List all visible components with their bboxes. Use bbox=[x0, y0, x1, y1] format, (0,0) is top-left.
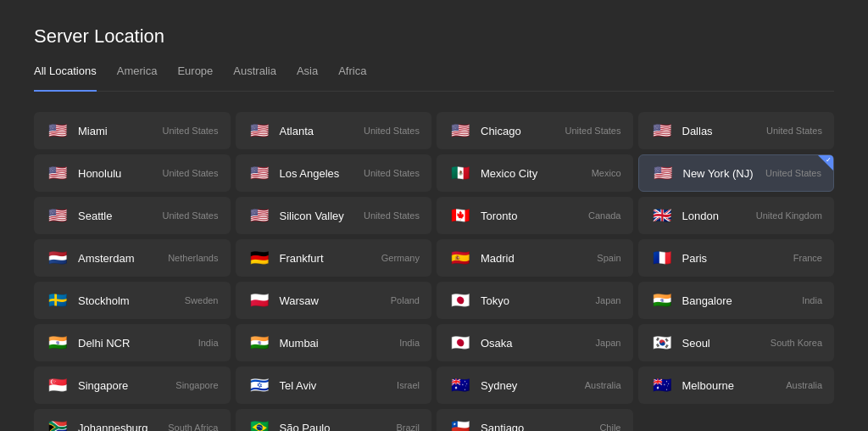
location-card-johannesburg[interactable]: 🇿🇦JohannesburgSouth Africa bbox=[34, 409, 231, 431]
city-name: Dallas bbox=[682, 125, 713, 137]
flag-icon: 🇨🇦 bbox=[448, 207, 472, 224]
city-name: Miami bbox=[78, 125, 108, 137]
page-title: Server Location bbox=[34, 25, 834, 48]
location-card-london[interactable]: 🇬🇧LondonUnited Kingdom bbox=[638, 197, 835, 234]
city-name: Sydney bbox=[481, 379, 517, 392]
flag-icon: 🇩🇪 bbox=[248, 249, 271, 266]
country-name: United States bbox=[364, 168, 420, 178]
country-name: United States bbox=[162, 168, 218, 178]
country-name: Japan bbox=[596, 295, 621, 305]
location-card-los-angeles[interactable]: 🇺🇸Los AngelesUnited States bbox=[236, 154, 432, 192]
location-card-delhi-ncr[interactable]: 🇮🇳Delhi NCRIndia bbox=[34, 324, 231, 361]
city-name: Amsterdam bbox=[78, 252, 134, 265]
location-card-chicago[interactable]: 🇺🇸ChicagoUnited States bbox=[437, 112, 633, 149]
location-card-silicon-valley[interactable]: 🇺🇸Silicon ValleyUnited States bbox=[236, 197, 432, 234]
location-card-melbourne[interactable]: 🇦🇺MelbourneAustralia bbox=[638, 367, 835, 404]
flag-icon: 🇮🇱 bbox=[248, 377, 271, 394]
flag-icon: 🇺🇸 bbox=[46, 165, 70, 182]
location-card-santiago[interactable]: 🇨🇱SantiagoChile bbox=[437, 409, 633, 431]
location-card-honolulu[interactable]: 🇺🇸HonoluluUnited States bbox=[34, 154, 231, 192]
tab-all[interactable]: All Locations bbox=[34, 64, 97, 92]
country-name: South Korea bbox=[771, 338, 822, 348]
country-name: Sweden bbox=[185, 295, 219, 305]
location-card-amsterdam[interactable]: 🇳🇱AmsterdamNetherlands bbox=[34, 239, 231, 277]
country-name: Netherlands bbox=[168, 253, 218, 263]
city-name: Johannesburg bbox=[78, 422, 147, 432]
location-card-osaka[interactable]: 🇯🇵OsakaJapan bbox=[437, 324, 633, 361]
location-card-new-york-(nj)[interactable]: 🇺🇸New York (NJ)United States bbox=[638, 154, 835, 192]
location-card-tel-aviv[interactable]: 🇮🇱Tel AvivIsrael bbox=[236, 367, 432, 404]
location-card-toronto[interactable]: 🇨🇦TorontoCanada bbox=[437, 197, 633, 234]
country-name: United States bbox=[765, 168, 821, 178]
flag-icon: 🇳🇱 bbox=[46, 249, 70, 266]
flag-icon: 🇿🇦 bbox=[46, 419, 70, 431]
city-name: London bbox=[682, 210, 719, 222]
location-card-dallas[interactable]: 🇺🇸DallasUnited States bbox=[638, 112, 835, 149]
city-name: New York (NJ) bbox=[683, 167, 754, 180]
tab-asia[interactable]: Asia bbox=[297, 64, 318, 84]
flag-icon: 🇯🇵 bbox=[448, 292, 472, 309]
location-card-são-paulo[interactable]: 🇧🇷São PauloBrazil bbox=[236, 409, 432, 431]
flag-icon: 🇺🇸 bbox=[248, 122, 271, 139]
flag-icon: 🇺🇸 bbox=[448, 122, 472, 139]
country-name: Israel bbox=[397, 380, 420, 390]
city-name: Chicago bbox=[481, 125, 521, 137]
flag-icon: 🇺🇸 bbox=[248, 165, 271, 182]
country-name: France bbox=[793, 253, 822, 263]
location-card-paris[interactable]: 🇫🇷ParisFrance bbox=[638, 239, 835, 277]
country-name: United States bbox=[162, 126, 218, 136]
location-card-seoul[interactable]: 🇰🇷SeoulSouth Korea bbox=[638, 324, 835, 361]
flag-icon: 🇺🇸 bbox=[248, 207, 271, 224]
location-card-bangalore[interactable]: 🇮🇳BangaloreIndia bbox=[638, 282, 835, 319]
location-card-warsaw[interactable]: 🇵🇱WarsawPoland bbox=[236, 282, 432, 319]
country-name: Chile bbox=[599, 423, 620, 431]
flag-icon: 🇨🇱 bbox=[448, 419, 472, 431]
flag-icon: 🇺🇸 bbox=[651, 165, 675, 182]
flag-icon: 🇲🇽 bbox=[448, 165, 472, 182]
flag-icon: 🇦🇺 bbox=[448, 377, 472, 394]
flag-icon: 🇦🇺 bbox=[650, 377, 674, 394]
city-name: Delhi NCR bbox=[78, 337, 130, 350]
country-name: United States bbox=[766, 126, 822, 136]
country-name: Brazil bbox=[396, 423, 420, 431]
city-name: Seoul bbox=[682, 337, 710, 350]
country-name: Canada bbox=[588, 210, 621, 221]
location-card-tokyo[interactable]: 🇯🇵TokyoJapan bbox=[437, 282, 633, 319]
city-name: Frankfurt bbox=[280, 252, 324, 265]
city-name: Los Angeles bbox=[280, 167, 340, 180]
flag-icon: 🇸🇪 bbox=[46, 292, 70, 309]
location-card-atlanta[interactable]: 🇺🇸AtlantaUnited States bbox=[236, 112, 432, 149]
city-name: Mexico City bbox=[481, 167, 537, 180]
city-name: Tel Aviv bbox=[280, 379, 317, 392]
tab-europe[interactable]: Europe bbox=[177, 64, 213, 84]
flag-icon: 🇺🇸 bbox=[46, 122, 70, 139]
location-card-madrid[interactable]: 🇪🇸MadridSpain bbox=[437, 239, 633, 277]
flag-icon: 🇪🇸 bbox=[448, 249, 472, 266]
location-card-mexico-city[interactable]: 🇲🇽Mexico CityMexico bbox=[437, 154, 633, 192]
tab-australia[interactable]: Australia bbox=[233, 64, 276, 84]
country-name: South Africa bbox=[168, 423, 218, 431]
city-name: Atlanta bbox=[280, 125, 314, 137]
tab-america[interactable]: America bbox=[117, 64, 158, 84]
city-name: Tokyo bbox=[481, 294, 509, 307]
city-name: Silicon Valley bbox=[280, 210, 344, 222]
city-name: Honolulu bbox=[78, 167, 121, 180]
city-name: Santiago bbox=[481, 422, 524, 432]
location-card-mumbai[interactable]: 🇮🇳MumbaiIndia bbox=[236, 324, 432, 361]
location-card-singapore[interactable]: 🇸🇬SingaporeSingapore bbox=[34, 367, 231, 404]
city-name: São Paulo bbox=[280, 422, 331, 432]
country-name: Germany bbox=[381, 253, 420, 263]
location-card-frankfurt[interactable]: 🇩🇪FrankfurtGermany bbox=[236, 239, 432, 277]
flag-icon: 🇰🇷 bbox=[650, 334, 674, 351]
flag-icon: 🇮🇳 bbox=[650, 292, 674, 309]
tab-africa[interactable]: Africa bbox=[338, 64, 366, 84]
city-name: Mumbai bbox=[280, 337, 319, 350]
location-card-stockholm[interactable]: 🇸🇪StockholmSweden bbox=[34, 282, 231, 319]
location-card-seattle[interactable]: 🇺🇸SeattleUnited States bbox=[34, 197, 231, 234]
city-name: Seattle bbox=[78, 210, 112, 222]
location-card-sydney[interactable]: 🇦🇺SydneyAustralia bbox=[437, 367, 633, 404]
flag-icon: 🇮🇳 bbox=[46, 334, 70, 351]
flag-icon: 🇮🇳 bbox=[248, 334, 271, 351]
city-name: Singapore bbox=[78, 379, 128, 392]
location-card-miami[interactable]: 🇺🇸MiamiUnited States bbox=[34, 112, 231, 149]
